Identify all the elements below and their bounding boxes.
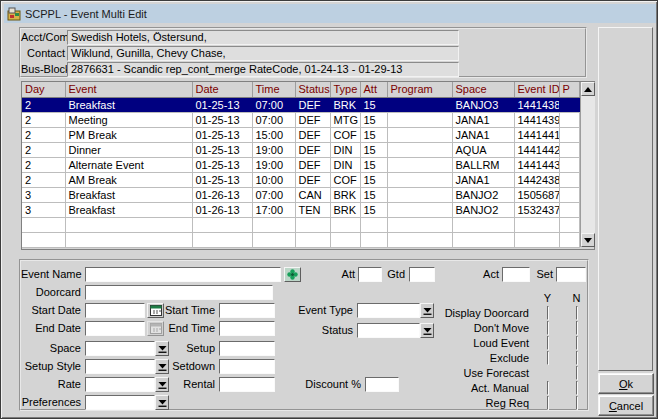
table-row[interactable]: 2PM Break01-25-1315:00DEFCOF15JANA114414… [22,127,579,142]
cell[interactable] [192,232,252,247]
cell[interactable] [559,202,579,217]
cell[interactable]: BANJO2 [452,187,514,202]
cell[interactable]: 01-25-13 [192,157,252,172]
cell[interactable]: 2 [22,142,65,157]
cell[interactable]: 15 [360,142,387,157]
act-manual-no-checkbox[interactable] [576,381,578,395]
end-date-input[interactable] [85,321,145,336]
cell[interactable] [295,217,330,232]
reg-req-no-checkbox[interactable] [576,396,578,410]
table-row[interactable]: 2Alternate Event01-25-1319:00DEFDIN15BAL… [22,157,579,172]
title-bar[interactable]: SCPPL - Event Multi Edit [4,4,656,23]
cell[interactable] [559,112,579,127]
cell[interactable]: 17:00 [252,202,295,217]
cell[interactable]: MTG [330,112,360,127]
cell[interactable]: DEF [295,157,330,172]
cell[interactable]: BRK [330,187,360,202]
cell[interactable] [559,187,579,202]
cell[interactable]: DEF [295,112,330,127]
cell[interactable] [22,232,65,247]
cell[interactable]: Breakfast [65,202,192,217]
cell[interactable]: DIN [330,157,360,172]
cell[interactable]: DEF [295,142,330,157]
cell[interactable]: DEF [295,172,330,187]
cell[interactable] [252,217,295,232]
cell[interactable] [295,232,330,247]
cell[interactable]: Meeting [65,112,192,127]
cell[interactable]: 01-26-13 [192,187,252,202]
cell[interactable] [387,172,452,187]
setup-input[interactable] [219,341,275,356]
cell[interactable] [330,232,360,247]
cell[interactable]: 01-25-13 [192,97,252,112]
event-name-input[interactable] [85,267,281,282]
cell[interactable] [387,142,452,157]
cell[interactable] [387,157,452,172]
cell[interactable]: 01-26-13 [192,202,252,217]
cell[interactable]: COF [330,172,360,187]
cell[interactable]: 3 [22,187,65,202]
doorcard-input[interactable] [85,285,273,300]
cell[interactable]: BALLRM [452,157,514,172]
event-name-lookup-button[interactable] [284,267,301,282]
table-row[interactable]: 2AM Break01-25-1310:00DEFCOF15JANA114424… [22,172,579,187]
reg-req-yes-checkbox[interactable] [547,396,549,410]
cell[interactable]: 1505687 [514,187,559,202]
cell[interactable]: 1441439 [514,112,559,127]
end-time-input[interactable] [219,321,275,336]
cell[interactable]: 2 [22,157,65,172]
scroll-up-button[interactable] [581,82,595,96]
cell[interactable] [387,97,452,112]
use-forecast-no-checkbox[interactable] [576,366,578,380]
start-time-input[interactable] [219,303,275,318]
cell[interactable] [452,232,514,247]
cell[interactable]: 1441441 [514,127,559,142]
cell[interactable] [387,112,452,127]
table-row[interactable]: 2Dinner01-25-1319:00DEFDIN15AQUA1441442 [22,142,579,157]
cell[interactable]: Breakfast [65,97,192,112]
cell[interactable]: AQUA [452,142,514,157]
cell[interactable]: 15 [360,157,387,172]
cell[interactable]: 15:00 [252,127,295,142]
cell[interactable] [452,217,514,232]
cell[interactable]: Breakfast [65,187,192,202]
cell[interactable] [559,127,579,142]
cell[interactable]: 07:00 [252,97,295,112]
cell[interactable]: CAN [295,187,330,202]
cell[interactable] [360,217,387,232]
cell[interactable]: JANA1 [452,112,514,127]
setup-style-input[interactable] [85,359,155,374]
cell[interactable]: BANJO3 [452,97,514,112]
cell[interactable]: 2 [22,127,65,142]
start-date-input[interactable] [85,303,145,318]
cell[interactable]: 15 [360,187,387,202]
cell[interactable]: 07:00 [252,187,295,202]
cell[interactable] [252,232,295,247]
cell[interactable] [22,217,65,232]
table-scrollbar[interactable] [580,82,595,247]
cell[interactable]: 2 [22,112,65,127]
cell[interactable]: TEN [295,202,330,217]
cell[interactable] [192,217,252,232]
cancel-button[interactable]: Cancel [598,395,654,416]
cell[interactable] [387,187,452,202]
cell[interactable]: 1441442 [514,142,559,157]
cell[interactable]: DEF [295,97,330,112]
cell[interactable] [559,217,579,232]
cell[interactable] [65,217,192,232]
cell[interactable]: 07:00 [252,112,295,127]
cell[interactable] [559,97,579,112]
cell[interactable]: 01-25-13 [192,172,252,187]
loud-event-no-checkbox[interactable] [576,336,578,350]
table-row[interactable]: 2Meeting01-25-1307:00DEFMTG15JANA1144143… [22,112,579,127]
act-manual-yes-checkbox[interactable] [547,381,549,395]
cell[interactable]: 15 [360,172,387,187]
cell[interactable]: 15 [360,112,387,127]
cell[interactable]: COF [330,127,360,142]
gtd-input[interactable] [409,267,435,282]
cell[interactable] [387,217,452,232]
cell[interactable]: 19:00 [252,142,295,157]
cell[interactable]: 15 [360,202,387,217]
cell[interactable] [514,232,559,247]
rate-input[interactable] [85,377,155,392]
